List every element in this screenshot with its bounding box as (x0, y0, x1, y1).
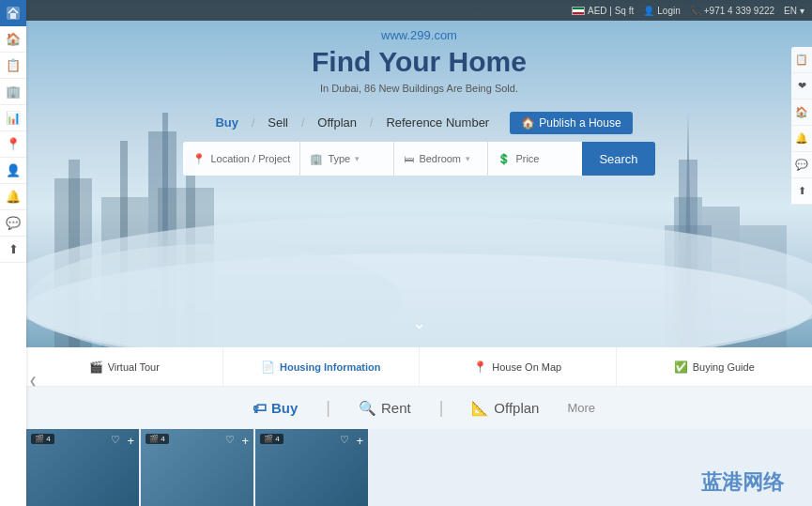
property-card[interactable]: 🎬 4 ♡ + (255, 429, 368, 506)
housing-info-icon: 📄 (261, 360, 275, 374)
offplan-icon: 📐 (471, 400, 489, 417)
search-button[interactable]: Search (582, 142, 654, 176)
virtual-tour-icon: 🎬 (89, 360, 103, 374)
right-home-icon[interactable]: 🏠 (791, 100, 812, 126)
nav-buying-guide[interactable]: ✅ Buying Guide (617, 347, 813, 386)
buying-guide-icon: ✅ (674, 360, 688, 374)
card-heart-icon[interactable]: ♡ (340, 434, 349, 446)
card-plus-icon[interactable]: + (356, 434, 363, 448)
sidebar-bell-icon[interactable]: 🔔 (0, 184, 26, 210)
chevron-down-icon: ▾ (800, 6, 804, 16)
bedroom-field[interactable]: 🛏 Bedroom ▾ (394, 142, 488, 176)
more-link[interactable]: More (567, 401, 595, 415)
chevron-down-icon: ▾ (355, 154, 360, 163)
hero-content: www.299.com Find Your Home In Dubai, 86 … (26, 28, 812, 176)
nav-house-on-map[interactable]: 📍 House On Map (420, 347, 617, 386)
right-list-icon[interactable]: 📋 (791, 47, 812, 73)
tab-reference[interactable]: Reference Number (376, 111, 498, 134)
bedroom-icon: 🛏 (404, 153, 414, 164)
sidebar-home-icon[interactable]: 🏠 (0, 26, 26, 53)
left-sidebar: 🏠 📋 🏢 📊 📍 👤 🔔 💬 ⬆ (0, 0, 26, 506)
nav-housing-information[interactable]: 📄 Housing Information (223, 347, 421, 386)
tab-sell[interactable]: Sell (258, 111, 298, 134)
user-icon: 👤 (643, 6, 654, 16)
phone-icon: 📞 (690, 6, 701, 16)
right-heart-icon[interactable]: ❤ (791, 73, 812, 100)
home-icon: 🏠 (521, 116, 535, 130)
cat-offplan[interactable]: 📐 Offplan (462, 395, 548, 422)
house-on-map-icon: 📍 (473, 360, 487, 374)
currency-label: AED | Sq ft (588, 6, 634, 16)
sidebar-user-icon[interactable]: 👤 (0, 158, 26, 184)
buy-tag-icon: 🏷 (253, 400, 267, 416)
location-icon: 📍 (192, 153, 206, 165)
price-field[interactable]: 💲 Price (488, 142, 582, 176)
search-fields: 📍 Location / Project 🏢 Type ▾ 🛏 Bedroom … (183, 142, 582, 176)
scroll-down-chevron[interactable]: ⌄ (412, 313, 426, 333)
hero-section: www.299.com Find Your Home In Dubai, 86 … (26, 0, 812, 347)
sidebar-map-icon[interactable]: 📍 (0, 131, 26, 158)
hero-title: Find Your Home (26, 46, 812, 78)
sidebar-chat-icon[interactable]: 💬 (0, 210, 26, 237)
property-cards-row: 🎬 4 ♡ + 🎬 4 ♡ + 🎬 4 ♡ + (26, 429, 812, 506)
tab-buy[interactable]: Buy (206, 111, 248, 134)
property-card[interactable]: 🎬 4 ♡ + (141, 429, 253, 506)
logo[interactable] (0, 0, 26, 26)
card-heart-icon[interactable]: ♡ (111, 434, 120, 446)
card-plus-icon[interactable]: + (127, 434, 134, 448)
type-field[interactable]: 🏢 Type ▾ (300, 142, 394, 176)
card-badge: 🎬 4 (31, 434, 54, 444)
svg-rect-1 (10, 13, 16, 19)
hero-subtitle: In Dubai, 86 New Buildings Are Being Sol… (26, 83, 812, 94)
category-bar: 🏷 Buy | 🔍 Rent | 📐 Offplan More (26, 387, 812, 429)
top-bar: AED | Sq ft 👤 Login 📞 +971 4 339 9222 EN… (26, 0, 812, 21)
right-up-icon[interactable]: ⬆ (791, 178, 812, 205)
sidebar-chart-icon[interactable]: 📊 (0, 105, 26, 131)
flag-currency[interactable]: AED | Sq ft (572, 6, 634, 16)
hero-url: www.299.com (26, 28, 812, 42)
card-plus-icon[interactable]: + (241, 434, 249, 448)
sidebar-up-icon[interactable]: ⬆ (0, 237, 26, 263)
right-bell-icon[interactable]: 🔔 (791, 126, 812, 152)
price-icon: 💲 (498, 153, 511, 165)
rent-icon: 🔍 (359, 400, 376, 417)
language-selector[interactable]: EN ▾ (784, 6, 804, 16)
sidebar-list-icon[interactable]: 📋 (0, 53, 26, 79)
cat-rent[interactable]: 🔍 Rent (349, 395, 421, 422)
sidebar-building-icon[interactable]: 🏢 (0, 79, 26, 105)
property-card[interactable]: 🎬 4 ♡ + (26, 429, 139, 506)
card-badge: 🎬 4 (260, 434, 283, 444)
right-sidebar: 📋 ❤ 🏠 🔔 💬 ⬆ (791, 47, 812, 205)
scroll-left-indicator[interactable]: ❮ (26, 371, 39, 390)
chevron-down-icon: ▾ (466, 154, 470, 163)
publish-house-button[interactable]: 🏠 Publish a House (510, 112, 632, 134)
card-heart-icon[interactable]: ♡ (225, 434, 235, 446)
phone-number[interactable]: 📞 +971 4 339 9222 (690, 6, 774, 16)
type-icon: 🏢 (310, 153, 323, 165)
cat-buy[interactable]: 🏷 Buy (243, 395, 307, 421)
nav-bar: 🎬 Virtual Tour 📄 Housing Information 📍 H… (26, 347, 812, 387)
login-link[interactable]: 👤 Login (643, 6, 680, 16)
search-bar: 📍 Location / Project 🏢 Type ▾ 🛏 Bedroom … (26, 142, 812, 176)
tab-offplan[interactable]: Offplan (308, 111, 366, 134)
right-chat-icon[interactable]: 💬 (791, 152, 812, 178)
search-tabs-row: Buy / Sell / Offplan / Reference Number … (26, 111, 812, 134)
location-field[interactable]: 📍 Location / Project (183, 142, 300, 176)
card-badge: 🎬 4 (146, 434, 169, 444)
nav-virtual-tour[interactable]: 🎬 Virtual Tour (26, 347, 223, 386)
